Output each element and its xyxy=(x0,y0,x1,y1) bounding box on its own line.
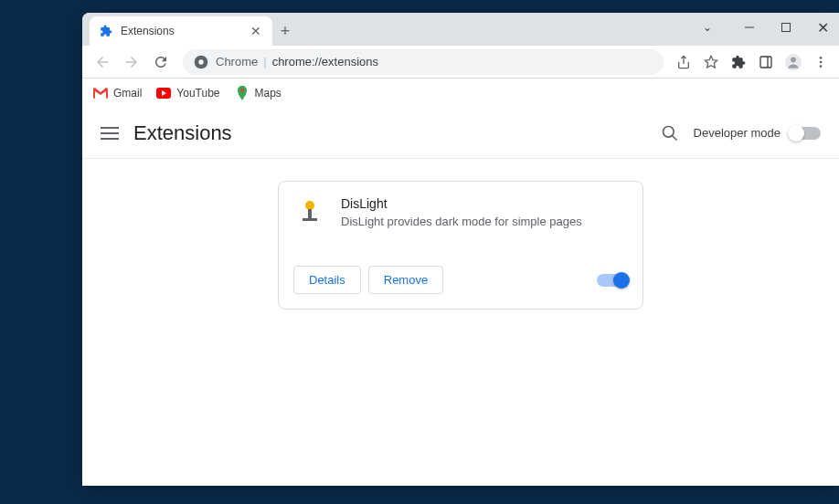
window-controls: ⌄ ✕ xyxy=(695,16,835,38)
forward-button[interactable] xyxy=(119,49,144,75)
search-button[interactable] xyxy=(661,124,679,142)
extension-enable-toggle[interactable] xyxy=(597,274,628,287)
svg-line-16 xyxy=(672,135,676,140)
extension-info: DisLight DisLight provides dark mode for… xyxy=(341,196,628,229)
gmail-icon xyxy=(93,86,108,100)
svg-point-11 xyxy=(820,65,823,68)
back-button[interactable] xyxy=(90,49,115,75)
star-icon[interactable] xyxy=(700,51,722,73)
profile-icon[interactable] xyxy=(782,51,804,73)
toolbar-icons xyxy=(673,51,832,73)
svg-point-14 xyxy=(240,89,244,92)
omnibox-text: Chrome | chrome://extensions xyxy=(216,55,378,68)
puzzle-icon xyxy=(99,24,113,38)
bookmark-label: YouTube xyxy=(176,87,219,100)
bookmarks-bar: Gmail YouTube Maps xyxy=(82,79,839,108)
extensions-icon[interactable] xyxy=(727,51,749,73)
chrome-icon xyxy=(194,55,208,69)
extension-card-actions: Details Remove xyxy=(293,266,628,294)
browser-tab[interactable]: Extensions ✕ xyxy=(90,16,272,46)
bookmark-maps[interactable]: Maps xyxy=(235,86,281,100)
toolbar: Chrome | chrome://extensions xyxy=(82,46,839,79)
svg-rect-19 xyxy=(303,218,317,221)
developer-mode: Developer mode xyxy=(694,126,821,140)
developer-mode-toggle[interactable] xyxy=(790,127,821,140)
svg-point-15 xyxy=(663,126,674,137)
svg-rect-18 xyxy=(308,209,312,218)
tab-close-button[interactable]: ✕ xyxy=(249,24,263,38)
svg-point-9 xyxy=(820,57,823,59)
minimize-button[interactable] xyxy=(737,16,762,38)
details-button[interactable]: Details xyxy=(293,266,361,294)
extensions-header: Extensions Developer mode xyxy=(82,108,839,159)
extension-name: DisLight xyxy=(341,196,628,211)
new-tab-button[interactable]: + xyxy=(272,18,298,44)
svg-point-17 xyxy=(305,201,314,210)
omnibox[interactable]: Chrome | chrome://extensions xyxy=(183,49,664,75)
developer-mode-label: Developer mode xyxy=(694,126,781,140)
extension-description: DisLight provides dark mode for simple p… xyxy=(341,215,628,228)
remove-button[interactable]: Remove xyxy=(368,266,443,294)
reload-button[interactable] xyxy=(148,49,174,75)
maps-icon xyxy=(235,86,250,100)
bookmark-gmail[interactable]: Gmail xyxy=(93,86,142,100)
extension-icon xyxy=(293,196,326,229)
extensions-content: DisLight DisLight provides dark mode for… xyxy=(82,159,839,486)
svg-rect-5 xyxy=(760,57,771,68)
svg-point-3 xyxy=(198,59,203,64)
tab-title: Extensions xyxy=(121,25,241,37)
bookmark-label: Gmail xyxy=(113,87,142,100)
bookmark-label: Maps xyxy=(255,87,281,100)
sidepanel-icon[interactable] xyxy=(755,51,777,73)
chevron-down-icon[interactable]: ⌄ xyxy=(695,16,720,38)
extension-card: DisLight DisLight provides dark mode for… xyxy=(278,181,643,310)
menu-button[interactable] xyxy=(101,124,119,142)
svg-point-10 xyxy=(820,60,823,63)
svg-rect-1 xyxy=(782,24,791,32)
youtube-icon xyxy=(156,86,171,100)
maximize-button[interactable] xyxy=(773,16,799,38)
svg-marker-4 xyxy=(705,56,717,68)
page-title: Extensions xyxy=(133,121,646,145)
menu-icon[interactable] xyxy=(810,51,832,73)
share-icon[interactable] xyxy=(673,51,695,73)
browser-window: Extensions ✕ + ⌄ ✕ Chrome | chro xyxy=(82,13,839,486)
bookmark-youtube[interactable]: YouTube xyxy=(156,86,219,100)
svg-point-8 xyxy=(791,57,796,62)
close-window-button[interactable]: ✕ xyxy=(810,16,835,38)
titlebar: Extensions ✕ + ⌄ ✕ xyxy=(82,13,839,46)
extension-card-header: DisLight DisLight provides dark mode for… xyxy=(293,196,628,229)
